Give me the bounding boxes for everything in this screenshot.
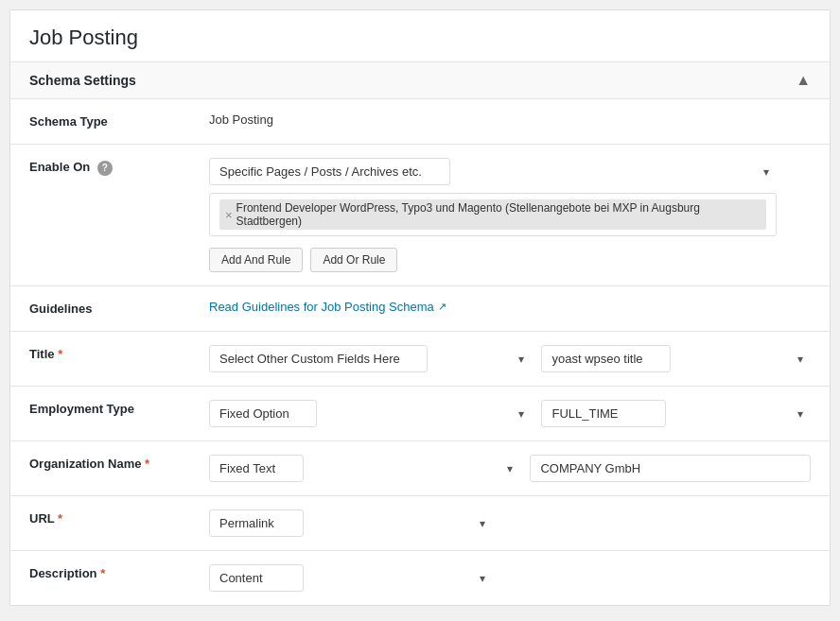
enable-on-help-icon[interactable]: ? [97, 161, 113, 176]
employment-type-left-dropdown[interactable]: Fixed Option [209, 400, 317, 427]
external-link-icon: ↗ [438, 301, 446, 313]
schema-settings-header[interactable]: Schema Settings ▲ [10, 62, 830, 99]
url-required-star: * [58, 511, 62, 526]
organization-name-label: Organization Name [29, 457, 141, 471]
organization-name-left-dropdown-wrapper[interactable]: Fixed Text [209, 455, 520, 482]
tag-item: × Frontend Developer WordPress, Typo3 un… [219, 199, 766, 230]
organization-name-controls: Fixed Text COMPANY GmbH [209, 455, 811, 482]
schema-type-label: Schema Type [29, 114, 108, 129]
description-label: Description [29, 566, 97, 580]
title-row: Title * Select Other Custom Fields Here … [10, 332, 830, 387]
organization-required-star: * [145, 457, 149, 471]
guidelines-label: Guidelines [29, 302, 92, 316]
url-dropdown[interactable]: Permalink [209, 509, 304, 537]
description-required-star: * [100, 566, 105, 580]
title-label: Title [29, 347, 55, 361]
enable-on-label: Enable On [29, 160, 90, 174]
enable-on-dropdown[interactable]: Specific Pages / Posts / Archives etc. [209, 158, 450, 185]
employment-type-label: Employment Type [29, 402, 134, 416]
enable-on-section: Specific Pages / Posts / Archives etc. ×… [209, 158, 811, 272]
description-row: Description * Content [10, 551, 830, 606]
tag-text: Frontend Developer WordPress, Typo3 und … [236, 201, 761, 228]
url-row: URL * Permalink [10, 496, 830, 551]
organization-name-left-dropdown[interactable]: Fixed Text [209, 455, 304, 482]
title-left-dropdown[interactable]: Select Other Custom Fields Here [209, 345, 428, 372]
enable-on-row: Enable On ? Specific Pages / Posts / Arc… [10, 145, 830, 286]
guidelines-row: Guidelines Read Guidelines for Job Posti… [10, 286, 830, 332]
guidelines-link-text: Read Guidelines for Job Posting Schema [209, 300, 434, 314]
form-table: Schema Type Job Posting Enable On ? Spec… [10, 99, 830, 605]
button-group: Add And Rule Add Or Rule [209, 248, 811, 272]
enable-on-dropdown-wrapper[interactable]: Specific Pages / Posts / Archives etc. [209, 158, 777, 185]
employment-type-controls: Fixed Option FULL_TIME PART_TIME CONTRAC… [209, 400, 811, 427]
organization-name-text-input[interactable]: COMPANY GmbH [530, 455, 811, 482]
employment-type-right-dropdown-wrapper[interactable]: FULL_TIME PART_TIME CONTRACTOR TEMPORARY… [541, 400, 811, 427]
schema-settings-label: Schema Settings [29, 73, 136, 88]
employment-type-row: Employment Type Fixed Option FULL_TIME P… [10, 387, 830, 441]
title-required-star: * [58, 347, 62, 361]
title-right-dropdown[interactable]: yoast wpseo title [541, 345, 671, 372]
schema-type-row: Schema Type Job Posting [10, 99, 830, 145]
description-dropdown-wrapper[interactable]: Content [209, 564, 493, 592]
schema-type-value: Job Posting [209, 112, 273, 127]
tagged-input: × Frontend Developer WordPress, Typo3 un… [209, 193, 777, 236]
description-dropdown[interactable]: Content [209, 564, 304, 592]
add-or-rule-button[interactable]: Add Or Rule [310, 248, 397, 272]
page-wrapper: Job Posting Schema Settings ▲ Schema Typ… [9, 9, 831, 606]
title-controls: Select Other Custom Fields Here yoast wp… [209, 345, 811, 372]
url-dropdown-wrapper[interactable]: Permalink [209, 509, 493, 537]
guidelines-link[interactable]: Read Guidelines for Job Posting Schema ↗ [209, 300, 446, 314]
tag-remove-icon[interactable]: × [225, 209, 233, 221]
title-left-dropdown-wrapper[interactable]: Select Other Custom Fields Here [209, 345, 532, 372]
add-and-rule-button[interactable]: Add And Rule [209, 248, 303, 272]
employment-type-right-dropdown[interactable]: FULL_TIME PART_TIME CONTRACTOR TEMPORARY… [541, 400, 666, 427]
page-title: Job Posting [10, 10, 830, 62]
organization-name-row: Organization Name * Fixed Text COMPANY G… [10, 441, 830, 496]
title-right-dropdown-wrapper[interactable]: yoast wpseo title [541, 345, 811, 372]
employment-type-left-dropdown-wrapper[interactable]: Fixed Option [209, 400, 532, 427]
toggle-icon: ▲ [796, 72, 811, 89]
url-label: URL [29, 511, 54, 526]
